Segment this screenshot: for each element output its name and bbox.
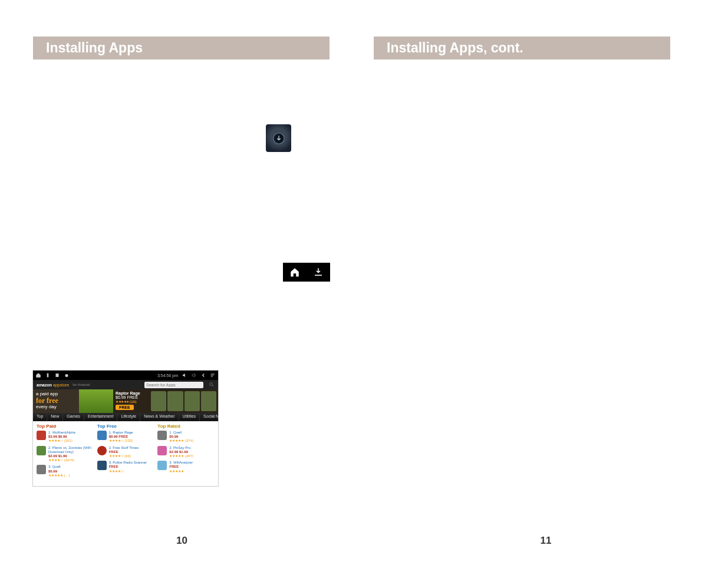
- category-tabs: Top New Games Entertainment Lifestyle Ne…: [33, 413, 218, 421]
- feature-artwork: [79, 389, 113, 413]
- back-icon[interactable]: [200, 372, 206, 378]
- app-icon-thumb: [97, 431, 107, 440]
- tab-social[interactable]: Social Networking: [200, 413, 219, 421]
- appstore-search-input[interactable]: [144, 382, 203, 388]
- sd-icon: [54, 372, 60, 378]
- app-icon-thumb: [37, 446, 46, 455]
- col-top-rated: Top Rated 1. Quell$0.99★★★★★ (374) 2. Pi…: [157, 424, 215, 480]
- alarm-icon: [64, 372, 70, 378]
- list-item[interactable]: 2. Plants vs. Zombies (WiFi Download Onl…: [37, 446, 94, 463]
- list-item[interactable]: 2. PicSay Pro$2.99 $1.99★★★★★ (287): [157, 446, 215, 459]
- col-header: Top Free: [97, 424, 154, 429]
- feature-price: $0.99 FREE: [116, 395, 149, 399]
- list-item[interactable]: 1. Raptor Rage$0.99 FREE★★★★☆ (132): [97, 431, 154, 444]
- appstore-landing-screenshot: 3:54:56 pm amazon appstore for Android a…: [32, 370, 219, 487]
- app-icon-thumb: [157, 431, 167, 440]
- page-right: Installing Apps, cont. amazon apps Appst…: [364, 0, 728, 562]
- free-app-promo: a paid app for free every day: [33, 389, 79, 413]
- svg-rect-1: [47, 373, 49, 378]
- svg-point-3: [65, 374, 68, 377]
- feature-banner[interactable]: a paid app for free every day Raptor Rag…: [33, 389, 218, 413]
- list-item[interactable]: 3. Quell$0.99★★★★★ (…): [37, 465, 94, 478]
- menu-icon[interactable]: [210, 372, 216, 378]
- list-item[interactable]: 1. Wolfram|Alpha$3.99 $0.99★★★★☆ (201): [37, 431, 94, 444]
- col-header: Top Paid: [37, 424, 94, 429]
- appstore-brand: amazon appstore: [37, 383, 69, 387]
- screenshot-thumb[interactable]: [185, 391, 200, 411]
- top-lists: Top Paid 1. Wolfram|Alpha$3.99 $0.99★★★★…: [33, 421, 218, 480]
- search-icon[interactable]: [209, 382, 215, 388]
- app-icon-thumb: [157, 446, 167, 455]
- appstore-brand-subtitle: for Android: [73, 383, 90, 386]
- tab-lifestyle[interactable]: Lifestyle: [117, 413, 140, 421]
- screenshot-thumb[interactable]: [151, 391, 166, 411]
- screenshot-thumb[interactable]: [201, 391, 216, 411]
- feature-info: Raptor Rage $0.99 FREE ★★★★★ (126) FREE: [113, 389, 151, 413]
- install-free-button[interactable]: FREE: [116, 405, 134, 410]
- tab-top[interactable]: Top: [33, 413, 47, 421]
- volume-down-icon[interactable]: [182, 372, 187, 378]
- download-icon: [313, 267, 324, 277]
- col-top-paid: Top Paid 1. Wolfram|Alpha$3.99 $0.99★★★★…: [37, 424, 94, 480]
- appstore-header-bar: amazon appstore for Android: [33, 380, 218, 389]
- app-icon-thumb: [97, 446, 107, 455]
- home-icon: [289, 267, 300, 277]
- installer-app-icon: [266, 124, 291, 152]
- page-number-right: 11: [364, 535, 728, 547]
- feature-rating: ★★★★★ (126): [116, 399, 149, 404]
- feature-screenshots: [151, 389, 218, 413]
- col-header: Top Rated: [157, 424, 215, 429]
- statusbar-snippet: [283, 263, 330, 282]
- usb-icon: [45, 372, 51, 378]
- list-item[interactable]: 1. Quell$0.99★★★★★ (374): [157, 431, 215, 444]
- tab-entertainment[interactable]: Entertainment: [84, 413, 118, 421]
- page-number-left: 10: [0, 535, 364, 547]
- list-item[interactable]: 3. WifiAnalyzerFREE★★★★★: [157, 461, 215, 474]
- tab-news[interactable]: News & Weather: [140, 413, 179, 421]
- tab-utilities[interactable]: Utilities: [179, 413, 200, 421]
- download-circle-icon: [272, 132, 285, 145]
- app-icon-thumb: [157, 461, 167, 470]
- svg-rect-2: [56, 373, 59, 377]
- tab-games[interactable]: Games: [63, 413, 84, 421]
- app-icon-thumb: [37, 431, 46, 440]
- home-icon[interactable]: [35, 372, 41, 378]
- list-item[interactable]: 3. Police Radio ScannerFREE★★★★☆: [97, 461, 154, 474]
- section-title-left: Installing Apps: [33, 37, 330, 59]
- app-icon-thumb: [97, 461, 107, 470]
- list-item[interactable]: 2. Free Stuff TimesFREE★★★★☆ (69): [97, 446, 154, 459]
- android-status-bar: 3:54:56 pm: [33, 371, 218, 380]
- clock-readout: 3:54:56 pm: [157, 373, 178, 378]
- volume-up-icon[interactable]: [191, 372, 197, 378]
- screenshot-thumb[interactable]: [167, 391, 183, 411]
- app-icon-thumb: [37, 465, 46, 474]
- page-left: Installing Apps 3:54:56 pm amazon appsto…: [0, 0, 364, 562]
- feature-title: Raptor Rage: [116, 391, 149, 395]
- tab-new[interactable]: New: [47, 413, 63, 421]
- col-top-free: Top Free 1. Raptor Rage$0.99 FREE★★★★☆ (…: [97, 424, 154, 480]
- svg-point-4: [210, 383, 213, 386]
- section-title-right: Installing Apps, cont.: [374, 37, 670, 59]
